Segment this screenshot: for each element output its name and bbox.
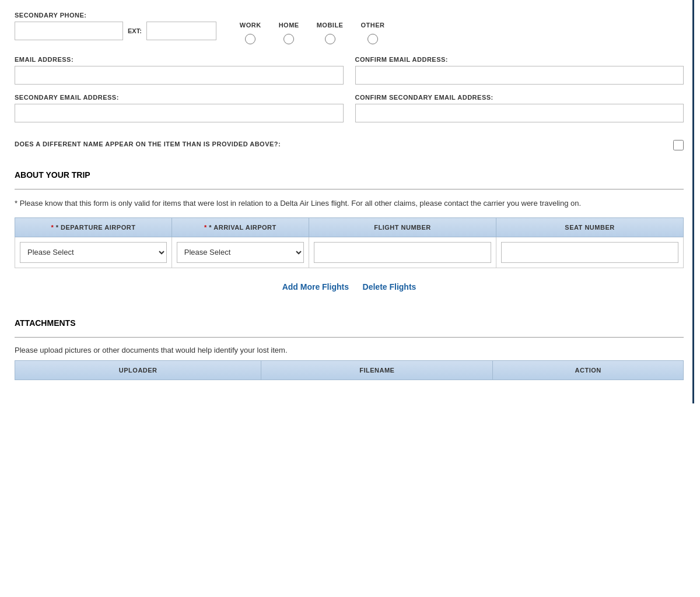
flight-number-cell xyxy=(309,237,496,268)
col-action: ACTION xyxy=(493,360,684,380)
flight-table: * DEPARTURE AIRPORT * ARRIVAL AIRPORT FL… xyxy=(15,217,684,268)
col-seat: SEAT NUMBER xyxy=(496,217,683,237)
flight-actions: Add More Flights Delete Flights xyxy=(15,276,684,301)
email-label: EMAIL ADDRESS: xyxy=(15,56,344,63)
radio-other: OTHER xyxy=(360,22,384,44)
secondary-email-input[interactable] xyxy=(15,104,344,122)
confirm-email-col: CONFIRM EMAIL ADDRESS: xyxy=(355,56,684,85)
secondary-email-label: SECONDARY EMAIL ADDRESS: xyxy=(15,94,344,101)
col-arrival: * ARRIVAL AIRPORT xyxy=(172,217,309,237)
col-filename: FILENAME xyxy=(261,360,493,380)
flight-row-1: Please Select Please Select xyxy=(15,237,684,268)
attachments-info: Please upload pictures or other document… xyxy=(15,346,684,354)
about-trip-heading: ABOUT YOUR TRIP xyxy=(15,164,684,184)
secondary-email-col: SECONDARY EMAIL ADDRESS: xyxy=(15,94,344,122)
secondary-email-row: SECONDARY EMAIL ADDRESS: CONFIRM SECONDA… xyxy=(15,94,684,122)
secondary-phone-input[interactable] xyxy=(15,22,123,40)
radio-home: HOME xyxy=(279,22,299,44)
radio-other-input[interactable] xyxy=(368,34,378,44)
about-trip-section: ABOUT YOUR TRIP * Please know that this … xyxy=(15,164,684,301)
email-col: EMAIL ADDRESS: xyxy=(15,56,344,85)
add-more-flights-link[interactable]: Add More Flights xyxy=(282,282,349,292)
departure-select[interactable]: Please Select xyxy=(20,242,167,263)
attachments-heading: ATTACHMENTS xyxy=(15,312,684,332)
confirm-email-input[interactable] xyxy=(355,66,684,85)
different-name-label: DOES A DIFFERENT NAME APPEAR ON THE ITEM… xyxy=(15,141,281,148)
departure-cell: Please Select xyxy=(15,237,172,268)
confirm-secondary-email-input[interactable] xyxy=(355,104,684,122)
attachments-section: ATTACHMENTS Please upload pictures or ot… xyxy=(15,312,684,380)
ext-label: EXT: xyxy=(128,27,142,34)
different-name-row: DOES A DIFFERENT NAME APPEAR ON THE ITEM… xyxy=(15,132,684,159)
seat-number-cell xyxy=(496,237,683,268)
secondary-phone-label: SECONDARY PHONE: xyxy=(15,12,684,19)
seat-number-input[interactable] xyxy=(501,242,678,263)
radio-work-input[interactable] xyxy=(245,34,256,44)
flight-number-input[interactable] xyxy=(314,242,491,263)
confirm-email-label: CONFIRM EMAIL ADDRESS: xyxy=(355,56,684,63)
trip-divider xyxy=(15,189,684,189)
upload-table: UPLOADER FILENAME ACTION xyxy=(15,360,684,380)
radio-work: WORK xyxy=(240,22,261,44)
attachments-divider xyxy=(15,337,684,338)
confirm-secondary-email-col: CONFIRM SECONDARY EMAIL ADDRESS: xyxy=(355,94,684,122)
trip-notice: * Please know that this form is only val… xyxy=(15,198,684,209)
delete-flights-link[interactable]: Delete Flights xyxy=(363,282,416,292)
col-departure: * DEPARTURE AIRPORT xyxy=(15,217,172,237)
radio-mobile-input[interactable] xyxy=(325,34,335,44)
email-row: EMAIL ADDRESS: CONFIRM EMAIL ADDRESS: xyxy=(15,56,684,85)
arrival-cell: Please Select xyxy=(172,237,309,268)
radio-mobile: MOBILE xyxy=(317,22,344,44)
email-input[interactable] xyxy=(15,66,344,85)
col-flight: FLIGHT NUMBER xyxy=(309,217,496,237)
confirm-secondary-email-label: CONFIRM SECONDARY EMAIL ADDRESS: xyxy=(355,94,684,101)
col-uploader: UPLOADER xyxy=(15,360,261,380)
arrival-select[interactable]: Please Select xyxy=(177,242,304,263)
different-name-checkbox[interactable] xyxy=(673,140,684,150)
ext-input[interactable] xyxy=(146,22,216,40)
radio-home-input[interactable] xyxy=(284,34,294,44)
